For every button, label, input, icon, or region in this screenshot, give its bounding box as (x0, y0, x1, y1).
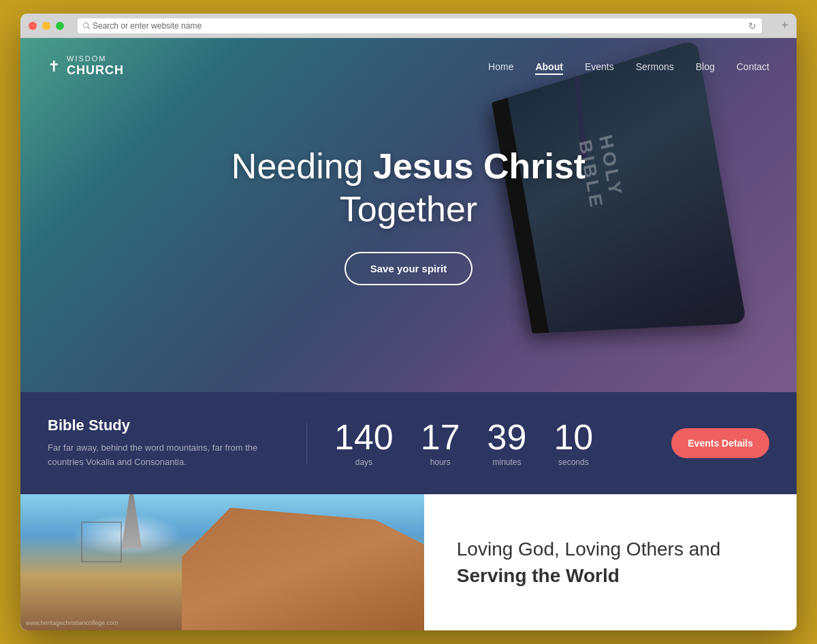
search-icon (83, 22, 90, 29)
website-content: HOLY BIBLE ✝ WISDOM CHURCH Home About Ev… (20, 38, 797, 630)
hero-title-prefix: Needing (231, 146, 373, 186)
minimize-button[interactable] (42, 22, 50, 30)
hero-title: Needing Jesus Christ Together (170, 145, 647, 230)
reload-button[interactable]: ↻ (748, 20, 756, 31)
nav-item-events[interactable]: Events (585, 61, 614, 73)
logo-wisdom: WISDOM (67, 54, 124, 63)
nav-item-home[interactable]: Home (488, 61, 513, 73)
watermark-text: www.heritagechristiancollege.com (26, 619, 118, 626)
countdown-seconds-label: seconds (554, 457, 593, 467)
hero-cta-button[interactable]: Save your spirit (345, 252, 473, 285)
nav-item-blog[interactable]: Blog (696, 61, 715, 73)
address-bar[interactable]: Search or enter website name ↻ (78, 18, 762, 33)
countdown-seconds: 10 seconds (554, 419, 593, 467)
nav-item-sermons[interactable]: Sermons (636, 61, 674, 73)
address-text: Search or enter website name (93, 21, 202, 31)
about-text-section: Loving God, Loving Others and Serving th… (424, 494, 797, 630)
maximize-button[interactable] (56, 22, 64, 30)
countdown-timer: 140 days 17 hours 39 minutes 10 seconds (334, 419, 644, 467)
nav-links: Home About Events Sermons Blog Contact (488, 61, 769, 73)
close-button[interactable] (29, 22, 37, 30)
cross-icon: ✝ (48, 58, 60, 76)
browser-titlebar: Search or enter website name ↻ + (20, 14, 797, 38)
hero-title-suffix: Together (340, 189, 477, 229)
countdown-hours: 17 hours (421, 419, 460, 467)
countdown-hours-value: 17 (421, 419, 460, 455)
browser-window: Search or enter website name ↻ + HOLY BI… (20, 14, 797, 630)
countdown-minutes-value: 39 (487, 419, 527, 455)
church-scaffolding (81, 521, 122, 562)
countdown-minutes-label: minutes (487, 457, 527, 467)
nav-item-contact[interactable]: Contact (737, 61, 769, 73)
countdown-title: Bible Study (48, 417, 279, 434)
logo: ✝ WISDOM CHURCH (48, 54, 124, 78)
countdown-divider (306, 423, 307, 464)
countdown-days-label: days (334, 457, 394, 467)
hero-title-bold: Jesus Christ (373, 146, 586, 186)
countdown-hours-label: hours (421, 457, 460, 467)
church-building (182, 508, 424, 630)
church-image: www.heritagechristiancollege.com (20, 494, 424, 630)
countdown-days: 140 days (334, 419, 394, 467)
events-details-button[interactable]: Events Details (671, 428, 769, 458)
countdown-seconds-value: 10 (554, 419, 593, 455)
hero-content: Needing Jesus Christ Together Save your … (170, 145, 647, 285)
nav-item-about[interactable]: About (535, 61, 562, 73)
hero-section: HOLY BIBLE ✝ WISDOM CHURCH Home About Ev… (20, 38, 797, 392)
countdown-section: Bible Study Far far away, behind the wor… (20, 392, 797, 494)
about-heading: Loving God, Loving Others and Serving th… (457, 536, 721, 589)
countdown-minutes: 39 minutes (487, 419, 527, 467)
new-tab-button[interactable]: + (781, 18, 788, 33)
about-heading-line1: Loving God, Loving Others and (457, 538, 721, 560)
logo-church: CHURCH (67, 63, 124, 78)
bottom-section: www.heritagechristiancollege.com Loving … (20, 494, 797, 630)
countdown-description: Far far away, behind the word mountains,… (48, 441, 279, 470)
countdown-days-value: 140 (334, 419, 394, 455)
logo-text: WISDOM CHURCH (67, 54, 124, 78)
navigation: ✝ WISDOM CHURCH Home About Events Sermon… (20, 38, 797, 95)
countdown-info: Bible Study Far far away, behind the wor… (48, 417, 279, 470)
about-heading-line2: Serving the World (457, 565, 620, 586)
